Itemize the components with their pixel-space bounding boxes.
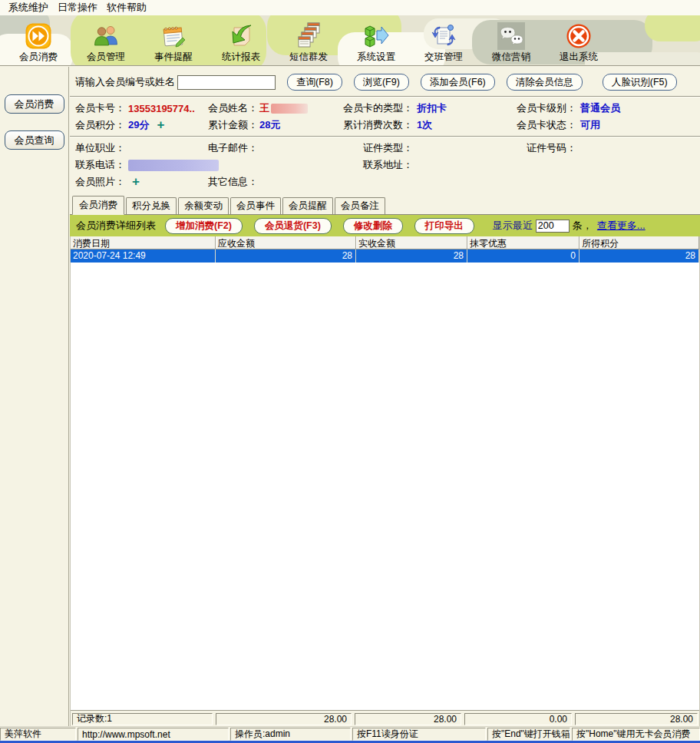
field-value: 13553195774.. xyxy=(128,103,195,114)
menu-bar: 系统维护 日常操作 软件帮助 xyxy=(0,0,700,15)
cell-points: 28 xyxy=(579,249,699,263)
toolbar-item-sms-batch[interactable]: 短信群发 xyxy=(275,22,342,64)
member-refund-button[interactable]: 会员退货(F3) xyxy=(254,218,332,234)
table-summary-row: 记录数:1 28.00 28.00 0.00 28.00 xyxy=(71,710,699,726)
toolbar-item-stats-report[interactable]: 统计报表 xyxy=(207,22,275,64)
toolbar-item-label: 系统设置 xyxy=(357,51,395,64)
column-header-points[interactable]: 所得积分 xyxy=(579,236,699,249)
toolbar-item-shift-manage[interactable]: 交班管理 xyxy=(410,22,477,64)
field-name: 会员姓名： 王 xyxy=(208,101,341,115)
cell-receivable: 28 xyxy=(216,249,356,263)
status-website: http://www.mpsoft.net xyxy=(78,728,229,741)
toolbar-item-member-manage[interactable]: 会员管理 xyxy=(72,22,140,64)
sidebar-button-member-query[interactable]: 会员查询 xyxy=(5,130,64,150)
field-total-amount: 累计金额： 28元 xyxy=(208,118,341,132)
tab-balance-change[interactable]: 余额变动 xyxy=(178,197,229,214)
summary-received-total: 28.00 xyxy=(355,713,461,725)
modify-delete-button[interactable]: 修改删除 xyxy=(343,218,403,234)
table-row[interactable]: 2020-07-24 12:49 28 28 0 28 xyxy=(71,249,699,263)
column-header-discount[interactable]: 抹零优惠 xyxy=(467,236,579,249)
field-value: 王 xyxy=(259,101,269,115)
field-label: 其它信息： xyxy=(208,175,256,189)
field-value: 29分 xyxy=(128,118,149,132)
field-label: 联系地址： xyxy=(341,158,413,172)
toolbar-item-member-consume[interactable]: 会员消费 xyxy=(5,22,72,64)
toolbar-item-label: 会员消费 xyxy=(19,51,58,64)
add-points-icon[interactable]: + xyxy=(157,120,164,130)
menu-item-daily-operation[interactable]: 日常操作 xyxy=(53,1,102,15)
field-label: 会员照片： xyxy=(75,175,124,189)
toolbar-item-system-settings[interactable]: 系统设置 xyxy=(342,22,410,64)
toolbar-items: 会员消费 会员管理 事件提醒 统计报表 短信群发 xyxy=(0,15,700,65)
toolbar-item-wechat-marketing[interactable]: 微信营销 xyxy=(477,22,545,64)
field-label: 会员卡号： xyxy=(75,101,124,115)
tab-member-note[interactable]: 会员备注 xyxy=(335,197,385,214)
add-member-button[interactable]: 添加会员(F6) xyxy=(421,74,495,91)
cell-received: 28 xyxy=(356,249,467,263)
column-header-receivable[interactable]: 应收金额 xyxy=(216,236,356,249)
tab-member-remind[interactable]: 会员提醒 xyxy=(282,197,333,214)
field-value: 1次 xyxy=(417,118,432,132)
field-id-no: 证件号码： xyxy=(506,141,700,155)
field-label: 电子邮件： xyxy=(208,141,256,155)
tab-member-consume[interactable]: 会员消费 xyxy=(72,196,124,215)
toolbar-item-event-remind[interactable]: 事件提醒 xyxy=(140,22,207,64)
query-button[interactable]: 查询(F8) xyxy=(287,74,342,91)
sidebar-button-member-consume[interactable]: 会员消费 xyxy=(5,94,64,114)
field-label: 证件号码： xyxy=(506,141,576,155)
cell-date: 2020-07-24 12:49 xyxy=(71,249,216,263)
consume-list-title: 会员消费详细列表 xyxy=(76,219,156,233)
view-more-link[interactable]: 查看更多... xyxy=(597,219,646,233)
member-detail-section: 单位职业： 电子邮件： 证件类型： 证件号码： 联系电话： 联系地址： xyxy=(70,137,700,193)
status-bar: 美萍软件 http://www.mpsoft.net 操作员:admin 按F1… xyxy=(0,726,700,741)
detail-tabs: 会员消费 积分兑换 余额变动 会员事件 会员提醒 会员备注 xyxy=(70,193,700,215)
menu-item-system-maintain[interactable]: 系统维护 xyxy=(4,1,53,15)
field-photo: 会员照片： + xyxy=(75,175,208,189)
toolbar-item-exit-system[interactable]: 退出系统 xyxy=(545,22,612,64)
field-label: 会员卡状态： xyxy=(506,118,576,132)
toolbar-item-label: 短信群发 xyxy=(289,51,328,64)
column-header-date[interactable]: 消费日期 xyxy=(71,236,216,249)
add-photo-icon[interactable]: + xyxy=(132,177,140,187)
member-search-input[interactable] xyxy=(177,75,276,90)
report-arrow-icon xyxy=(227,22,255,50)
field-card-type: 会员卡的类型： 折扣卡 xyxy=(341,101,506,115)
status-end-key-hint: 按"End"键打开钱箱 xyxy=(487,728,570,741)
member-summary-section: 会员卡号： 13553195774.. 会员姓名： 王 会员卡的类型： 折扣卡 … xyxy=(70,97,700,136)
table-empty-area xyxy=(71,263,699,710)
column-header-received[interactable]: 实收金额 xyxy=(356,236,467,249)
tab-member-event[interactable]: 会员事件 xyxy=(230,197,281,214)
field-label: 会员卡的类型： xyxy=(341,101,413,115)
status-home-key-hint: 按"Home"键用无卡会员消费 xyxy=(572,728,700,741)
menu-item-software-help[interactable]: 软件帮助 xyxy=(102,1,151,15)
field-label: 会员卡级别： xyxy=(506,101,576,115)
table-header-row: 消费日期 应收金额 实收金额 抹零优惠 所得积分 xyxy=(71,236,699,249)
toolbar-item-label: 会员管理 xyxy=(87,51,125,64)
field-label: 会员姓名： xyxy=(208,101,256,115)
tab-points-exchange[interactable]: 积分兑换 xyxy=(126,197,177,214)
summary-discount-total: 0.00 xyxy=(464,713,572,725)
main-panel: 请输入会员编号或姓名 查询(F8) 浏览(F9) 添加会员(F6) 清除会员信息… xyxy=(70,67,700,726)
status-vendor: 美萍软件 xyxy=(0,728,76,741)
add-consume-button[interactable]: 增加消费(F2) xyxy=(165,218,243,234)
clear-member-info-button[interactable]: 清除会员信息 xyxy=(507,74,583,91)
field-label: 累计金额： xyxy=(208,118,256,132)
name-redaction-blur xyxy=(271,104,308,114)
summary-points-total: 28.00 xyxy=(575,713,698,725)
field-card-level: 会员卡级别： 普通会员 xyxy=(506,101,700,115)
member-info-row: 会员卡号： 13553195774.. 会员姓名： 王 会员卡的类型： 折扣卡 … xyxy=(75,100,700,117)
print-export-button[interactable]: 打印导出 xyxy=(414,218,474,234)
status-operator: 操作员:admin xyxy=(230,728,351,741)
exit-icon xyxy=(565,22,593,50)
field-address: 联系地址： xyxy=(341,158,506,172)
browse-button[interactable]: 浏览(F9) xyxy=(354,74,409,91)
field-card-status: 会员卡状态： 可用 xyxy=(506,118,700,132)
toolbar-item-label: 微信营销 xyxy=(492,51,530,64)
search-label: 请输入会员编号或姓名 xyxy=(75,75,175,89)
recent-unit-label: 条， xyxy=(573,219,593,233)
recent-count-input[interactable] xyxy=(536,220,570,233)
field-other: 其它信息： xyxy=(208,175,341,189)
field-label: 累计消费次数： xyxy=(341,118,413,132)
toolbar: 会员消费 会员管理 事件提醒 统计报表 短信群发 xyxy=(0,15,700,66)
face-recognition-button[interactable]: 人脸识别(F5) xyxy=(603,74,677,91)
